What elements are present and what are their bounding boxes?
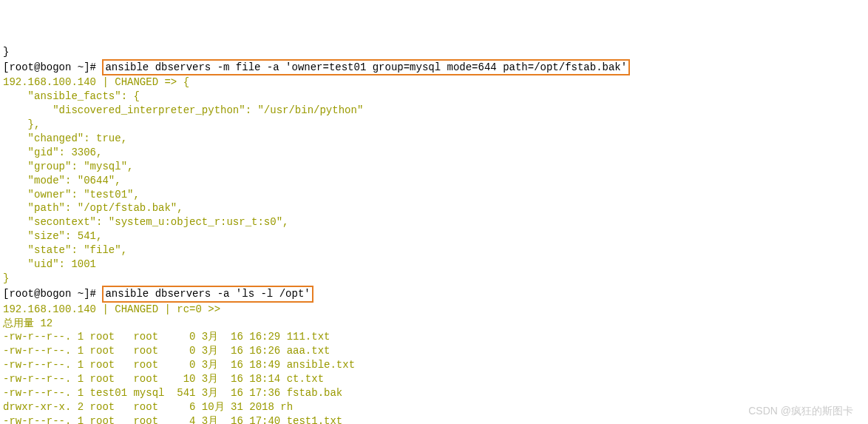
prompt-2: [root@bogon ~]# <box>3 288 96 300</box>
json-state: "state": "file", <box>3 244 127 256</box>
json-gid: "gid": 3306, <box>3 147 102 158</box>
ls-file-row: -rw-r--r--. 1 root root 4 3月 16 17:40 te… <box>3 415 342 424</box>
json-owner: "owner": "test01", <box>3 189 140 201</box>
json-facts-open: "ansible_facts": { <box>3 90 140 102</box>
json-close: } <box>3 272 9 284</box>
terminal-output: } [root@bogon ~]# ansible dbservers -m f… <box>3 45 865 424</box>
ls-file-row: -rw-r--r--. 1 root root 10 3月 16 18:14 c… <box>3 373 324 385</box>
json-changed: "changed": true, <box>3 132 127 144</box>
brace-top: } <box>3 46 9 58</box>
ls-file-row: -rw-r--r--. 1 test01 mysql 541 3月 16 17:… <box>3 387 342 399</box>
highlighted-command-1: ansible dbservers -m file -a 'owner=test… <box>102 59 630 76</box>
json-facts-close: }, <box>3 118 40 130</box>
ls-file-row: -rw-r--r--. 1 root root 0 3月 16 16:29 11… <box>3 331 330 343</box>
highlighted-command-2: ansible dbservers -a 'ls -l /opt' <box>102 286 313 303</box>
json-size: "size": 541, <box>3 230 102 242</box>
ls-file-row: -rw-r--r--. 1 root root 0 3月 16 16:26 aa… <box>3 345 330 357</box>
watermark: CSDN @疯狂的斯图卡 <box>748 404 853 418</box>
ls-header: 192.168.100.140 | CHANGED | rc=0 >> <box>3 303 220 315</box>
command-1: ansible dbservers -m file -a 'owner=test… <box>105 61 627 73</box>
json-group: "group": "mysql", <box>3 161 133 172</box>
json-discovered: "discovered_interpreter_python": "/usr/b… <box>3 104 363 116</box>
json-secontext: "secontext": "system_u:object_r:usr_t:s0… <box>3 216 288 228</box>
command-2: ansible dbservers -a 'ls -l /opt' <box>105 288 310 300</box>
json-uid: "uid": 1001 <box>3 258 96 270</box>
json-mode: "mode": "0644", <box>3 175 121 186</box>
ls-file-row: -rw-r--r--. 1 root root 0 3月 16 18:49 an… <box>3 359 355 371</box>
json-header: 192.168.100.140 | CHANGED => { <box>3 76 189 88</box>
prompt-1: [root@bogon ~]# <box>3 61 96 73</box>
ls-total: 总用量 12 <box>3 317 52 329</box>
ls-file-row: drwxr-xr-x. 2 root root 6 10月 31 2018 rh <box>3 401 293 413</box>
json-path: "path": "/opt/fstab.bak", <box>3 202 183 214</box>
